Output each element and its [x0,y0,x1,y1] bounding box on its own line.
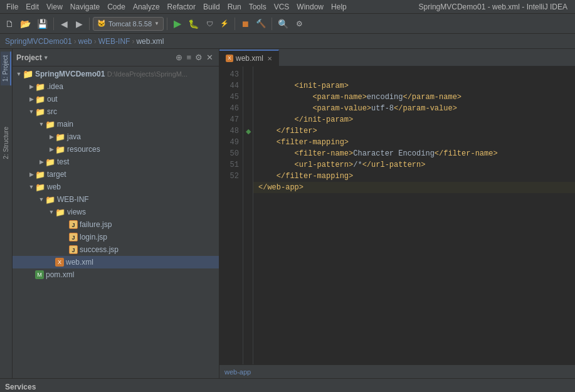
tree-item-test[interactable]: ▶ 📁 test [13,156,219,168]
folder-icon-idea: 📁 [35,82,45,92]
settings-btn[interactable]: ⚙ [292,16,306,32]
tree-item-pomxml[interactable]: M pom.xml [13,268,219,281]
search-everywhere-btn[interactable]: 🔍 [275,16,291,32]
tree-item-src[interactable]: ▼ 📁 src [13,105,219,118]
folder-icon-web: 📁 [35,183,45,192]
ln-48: 48 [219,125,239,137]
menu-file[interactable]: File [3,1,22,13]
save-btn[interactable]: 💾 [34,16,50,32]
tree-item-java[interactable]: ▶ 📁 java [13,130,219,143]
bc-web[interactable]: web [78,37,92,46]
tree-item-login[interactable]: J login.jsp [13,231,219,243]
coverage-btn[interactable]: 🛡 [203,16,216,32]
tree-item-resources[interactable]: ▶ 📁 resources [13,143,219,156]
menu-code[interactable]: Code [103,1,129,13]
ln-49: 49 [219,137,239,148]
menu-analyze[interactable]: Analyze [129,1,164,13]
menu-refactor[interactable]: Refactor [164,1,199,13]
tree-label-views: views [67,208,86,216]
editor-content: 43 44 45 46 47 48 49 50 51 52 ◆ [219,66,575,364]
tree-item-main[interactable]: ▼ 📁 main [13,118,219,130]
tree-label-webxml: web.xml [66,258,93,267]
tree-label-failure: failure.jsp [80,220,112,229]
jsp-icon-failure: J [69,220,78,229]
folder-icon-views: 📁 [55,208,65,217]
project-icon: 📁 [23,69,33,79]
folder-icon-java: 📁 [55,132,65,142]
structure-tab[interactable]: 2: Structure [1,123,11,163]
new-project-btn[interactable]: 🗋 [3,16,16,32]
menu-view[interactable]: View [43,1,66,13]
line-numbers: 43 44 45 46 47 48 49 50 51 52 [219,66,243,364]
tree-label-resources: resources [67,145,100,154]
profile-btn[interactable]: ⚡ [218,16,231,32]
tab-webxml[interactable]: X web.xml ✕ [219,50,279,66]
tree-item-web[interactable]: ▼ 📁 web [13,181,219,193]
tree-item-webxml[interactable]: X web.xml [13,256,219,268]
bc-sep1: › [74,37,76,46]
menu-window[interactable]: Window [293,1,327,13]
menu-edit[interactable]: Edit [22,1,43,13]
folder-icon-src: 📁 [35,107,45,117]
tree-item-target[interactable]: ▶ 📁 target [13,168,219,181]
arrow-java: ▶ [48,134,55,140]
editor-breadcrumb: web-app [219,364,575,378]
bc-webinf[interactable]: WEB-INF [98,37,130,46]
project-settings-btn[interactable]: ⚙ [193,52,204,63]
tree-label-main: main [57,120,73,129]
menu-help[interactable]: Help [327,1,351,13]
project-dropdown-arrow[interactable]: ▼ [43,55,49,61]
locate-file-btn[interactable]: ⊕ [174,52,184,63]
arrow-resources: ▶ [48,146,55,152]
toolbar: 🗋 📂 💾 ◀ ▶ 🐱 Tomcat 8.5.58 ▼ ▶ 🐛 🛡 ⚡ ⏹ 🔨 … [0,14,575,34]
open-btn[interactable]: 📂 [18,16,33,32]
stop-btn[interactable]: ⏹ [238,16,252,32]
tomcat-selector[interactable]: 🐱 Tomcat 8.5.58 ▼ [93,17,164,31]
menu-tools[interactable]: Tools [245,1,270,13]
editor-tabs: X web.xml ✕ [219,49,575,66]
g50 [245,148,251,159]
ln-45: 45 [219,92,239,103]
arrow-src: ▼ [28,109,35,115]
tree-item-views[interactable]: ▼ 📁 views [13,206,219,218]
bottom-panel: Services ▶ ≡ ≡ ⊞ ⊟ ⊟ ⊕ ▼ 🐱 Tomcat Server… [0,378,575,392]
sep1 [53,18,54,30]
tree-label-pomxml: pom.xml [46,270,74,279]
code-editor[interactable]: <init-param> <param-name>encoding</param… [253,66,575,364]
forward-btn[interactable]: ▶ [72,16,86,32]
jsp-icon-login: J [69,233,78,241]
breadcrumb: SpringMVCDemo01 › web › WEB-INF › web.xm… [0,34,575,49]
bc-webxml: web.xml [136,37,164,46]
rebuild-btn[interactable]: 🔨 [253,16,268,32]
tab-close-webxml[interactable]: ✕ [267,55,272,62]
tree-item-out[interactable]: ▶ 📁 out [13,93,219,105]
tree-label-out: out [47,95,58,103]
arrow-views: ▼ [48,209,55,215]
debug-btn[interactable]: 🐛 [186,16,201,32]
arrow-idea: ▶ [28,83,35,90]
tree-item-webinf[interactable]: ▼ 📁 WEB-INF [13,193,219,206]
tab-xml-icon: X [226,55,233,62]
project-tab[interactable]: 1: Project [1,51,11,85]
tree-item-success[interactable]: J success.jsp [13,243,219,256]
bc-project[interactable]: SpringMVCDemo01 [5,37,72,46]
arrow-target: ▶ [28,171,35,177]
tree-label-src: src [47,107,57,116]
menu-navigate[interactable]: Navigate [66,1,103,13]
folder-icon-test: 📁 [45,157,55,167]
back-btn[interactable]: ◀ [57,16,71,32]
ln-46: 46 [219,103,239,114]
menu-vcs[interactable]: VCS [270,1,293,13]
menu-run[interactable]: Run [224,1,245,13]
folder-icon-target: 📁 [35,170,45,179]
sep3 [167,18,167,30]
tree-item-failure[interactable]: J failure.jsp [13,218,219,231]
tree-item-idea[interactable]: ▶ 📁 .idea [13,80,219,93]
editor-area: X web.xml ✕ 43 44 45 46 47 48 49 50 51 5… [219,49,575,378]
menu-build[interactable]: Build [199,1,224,13]
menu-bar: File Edit View Navigate Code Analyze Ref… [0,0,575,14]
run-btn[interactable]: ▶ [171,16,184,32]
collapse-all-btn[interactable]: ≡ [184,52,193,63]
tree-item-spring[interactable]: ▼ 📁 SpringMVCDemo01 D:\IdeaProjects\Spri… [13,68,219,80]
close-panel-btn[interactable]: ✕ [204,52,215,63]
